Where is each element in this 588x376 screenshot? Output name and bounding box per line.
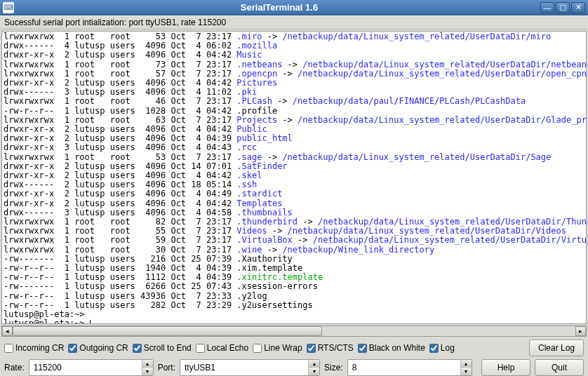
prompt-line: lutusp@pl-eta:~> [4, 310, 584, 319]
scrollbar-thumb[interactable] [13, 326, 322, 336]
port-up-icon[interactable]: ▴ [309, 360, 319, 368]
listing-row: -rw-r--r-- 1 lutusp users 282 Oct 7 23:2… [4, 301, 584, 310]
rate-down-icon[interactable]: ▾ [142, 368, 153, 375]
listing-row: -rw------- 1 lutusp users 6266 Oct 25 07… [4, 282, 584, 291]
horizontal-scrollbar[interactable]: ◂ ▸ [1, 325, 587, 337]
prompt-line[interactable]: lutusp@pl-eta:~> [4, 319, 584, 324]
scroll-left-arrow-icon[interactable]: ◂ [2, 326, 13, 336]
maximize-button[interactable]: ▢ [556, 2, 570, 13]
rts-cts-checkbox[interactable]: RTS/CTS [307, 343, 354, 353]
size-down-icon[interactable]: ▾ [461, 368, 472, 375]
listing-row: lrwxrwxrwx 1 root root 46 Oct 7 23:17 .P… [4, 97, 584, 106]
terminal-output[interactable]: lrwxrwxrwx 1 root root 53 Oct 7 23:17 .m… [1, 31, 587, 324]
incoming-cr-checkbox[interactable]: Incoming CR [4, 343, 64, 353]
listing-row: lrwxrwxrwx 1 root root 30 Oct 7 23:17 .w… [4, 246, 584, 255]
rate-spinbox[interactable]: 115200 ▴▾ [29, 359, 154, 376]
size-value: 8 [348, 363, 383, 372]
outgoing-cr-checkbox[interactable]: Outgoing CR [68, 343, 128, 353]
rate-value: 115200 [29, 363, 66, 372]
scrollbar-track[interactable] [13, 326, 575, 336]
clear-log-button[interactable]: Clear Log [529, 340, 584, 356]
port-value: ttyUSB1 [180, 363, 220, 372]
status-message: Sucessful serial port intialization: por… [0, 15, 588, 29]
quit-button[interactable]: Quit [535, 359, 584, 376]
window-title: SerialTerminal 1.6 [18, 2, 540, 13]
scroll-to-end-checkbox[interactable]: Scroll to End [133, 343, 192, 353]
listing-row: lrwxrwxrwx 1 root root 53 Oct 7 23:17 .s… [4, 153, 584, 162]
port-down-icon[interactable]: ▾ [309, 368, 319, 375]
minimize-button[interactable]: — [540, 2, 554, 13]
titlebar: ⌨ SerialTerminal 1.6 — ▢ ✕ [0, 0, 588, 15]
scroll-right-arrow-icon[interactable]: ▸ [575, 326, 586, 336]
listing-row: drwxr-xr-x 2 lutusp users 4096 Oct 4 04:… [4, 199, 584, 208]
port-label: Port: [158, 363, 175, 372]
rate-up-icon[interactable]: ▴ [142, 360, 153, 368]
local-echo-checkbox[interactable]: Local Echo [196, 343, 248, 353]
line-wrap-checkbox[interactable]: Line Wrap [253, 343, 302, 353]
size-label: Size: [324, 363, 343, 372]
close-button[interactable]: ✕ [571, 2, 585, 13]
rate-label: Rate: [4, 363, 25, 372]
size-spinbox[interactable]: 8 ▴▾ [347, 359, 472, 376]
log-checkbox[interactable]: Log [429, 343, 455, 353]
app-icon: ⌨ [3, 2, 14, 13]
cursor-icon [90, 320, 95, 324]
port-spinbox[interactable]: ttyUSB1 ▴▾ [180, 359, 320, 376]
listing-row: drwxr-xr-x 2 lutusp users 4096 Oct 4 04:… [4, 189, 584, 199]
size-up-icon[interactable]: ▴ [461, 360, 472, 368]
black-on-white-checkbox[interactable]: Black on White [358, 343, 425, 353]
help-button[interactable]: Help [481, 359, 530, 376]
bottom-toolbar: Incoming CR Outgoing CR Scroll to End Lo… [0, 337, 588, 376]
